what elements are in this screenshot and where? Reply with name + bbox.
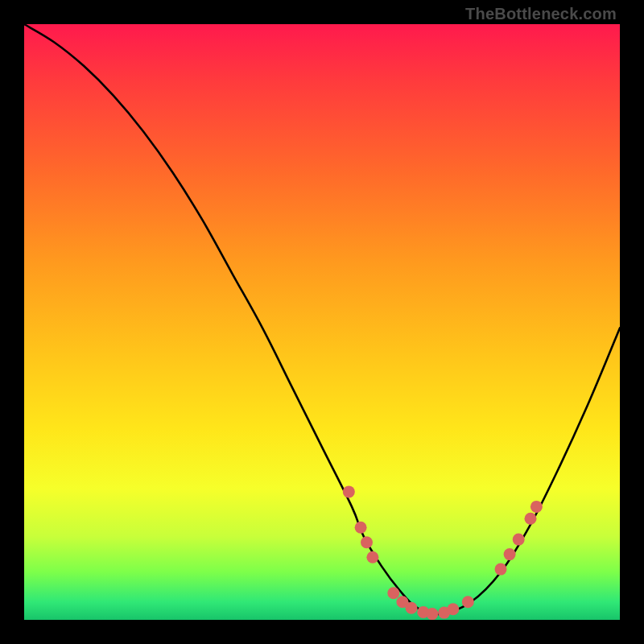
data-point: [355, 522, 367, 534]
data-points: [343, 485, 543, 620]
data-point: [504, 548, 516, 560]
data-point: [530, 501, 543, 513]
data-point: [406, 602, 418, 614]
data-point: [366, 551, 378, 564]
data-point: [447, 603, 459, 615]
data-point: [462, 596, 474, 608]
chart-stage: TheBottleneck.com: [0, 0, 644, 644]
chart-svg: [24, 24, 620, 620]
watermark-text: TheBottleneck.com: [465, 5, 617, 23]
data-point: [387, 587, 399, 599]
bottleneck-curve: [24, 24, 620, 614]
plot-area: [24, 24, 620, 620]
data-point: [343, 485, 355, 497]
data-point: [525, 513, 537, 525]
data-point: [495, 564, 507, 576]
data-point: [513, 534, 525, 546]
data-point: [426, 608, 438, 620]
data-point: [361, 536, 373, 548]
